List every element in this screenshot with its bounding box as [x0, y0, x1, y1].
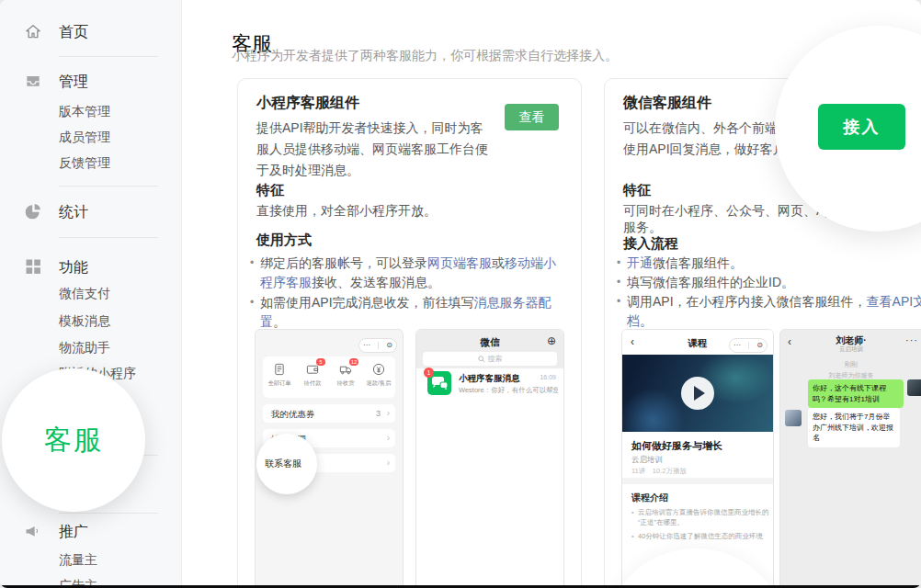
sidebar-item-version[interactable]: 版本管理: [59, 104, 240, 120]
megaphone-icon: [24, 522, 42, 540]
sidebar-divider: [59, 56, 158, 57]
screenshot-service-chat: ‹ ··· 刘老师· 云启培训 刚刚 刘老师为你服务 你好，这个有线下课程吗？希…: [779, 329, 921, 588]
sidebar-item-label: 客服: [44, 422, 103, 459]
video-title: 如何做好服务与增长: [631, 439, 722, 453]
chat-time: 16:09: [540, 374, 556, 380]
chat-preview: Westore：你好，有什么可以帮您?: [459, 386, 558, 395]
sidebar-item-customer-service-spotlight[interactable]: 客服: [2, 368, 145, 512]
list-item-label: 我的优惠券: [271, 409, 315, 421]
view-button[interactable]: 查看: [505, 104, 559, 130]
refund-icon: [372, 363, 385, 376]
shortcut-all-orders: 全部订单: [263, 356, 296, 398]
sidebar-divider: [59, 186, 158, 187]
connect-button[interactable]: 接入: [818, 104, 905, 150]
search-bar: 搜索: [423, 352, 557, 366]
link-enable-wecom[interactable]: 开通: [627, 255, 653, 270]
wechat-header: 微信 ⊕ 搜索: [416, 330, 563, 368]
feature-text: 直接使用，对全部小程序开放。: [256, 203, 564, 220]
usage-bullet-1: 绑定后的客服帐号，可以登录网页端客服或移动端小程序客服接收、发送客服消息。: [250, 254, 568, 292]
bullet-text: 绑定后的客服帐号，可以登录: [260, 255, 427, 270]
flow-bullet-3: 调用API，在小程序内接入微信客服组件，查看API文档。: [617, 292, 921, 331]
sidebar-item-feedback[interactable]: 反馈管理: [59, 155, 240, 172]
agent-avatar: [785, 410, 802, 426]
course-intro-heading: 课程介绍: [631, 492, 668, 504]
bullet-text: 。: [273, 314, 286, 329]
course-intro-bullet: 40分钟让你迅速了解微信生态的商业环境: [631, 531, 771, 541]
video-author: 云启培训: [631, 455, 663, 466]
search-icon: [478, 356, 485, 363]
badge: 12: [349, 358, 358, 366]
screenshot-orders-app: ···⊙ 全部订单 5 待付款 12 待收货 退款/售后 我的优惠券: [255, 329, 404, 588]
bullet-text: 调用API，在小程序内接入微信客服组件，: [627, 294, 867, 309]
badge: 5: [316, 358, 325, 366]
flow-bullet-1: 开通微信客服组件。: [617, 254, 921, 273]
close-target-icon: ⊙: [756, 342, 763, 349]
flow-bullet-2: 填写微信客服组件的企业ID。: [617, 273, 921, 292]
plus-icon: ⊕: [547, 334, 556, 347]
user-avatar: [907, 379, 921, 396]
sidebar-item-members[interactable]: 成员管理: [59, 130, 240, 146]
chat-title: 小程序客服消息: [459, 373, 520, 385]
section-divider: [622, 478, 773, 484]
outgoing-message-bubble: 你好，这个有线下课程吗？希望有1对1培训: [808, 379, 904, 408]
order-shortcuts: 全部订单 5 待付款 12 待收货 退款/售后: [263, 356, 395, 398]
usage-bullet-2: 如需使用API完成消息收发，前往填写消息服务器配置。: [250, 293, 568, 332]
section-heading-usage: 使用方式: [256, 232, 312, 249]
chat-contact-org: 云启培训: [780, 345, 921, 354]
shortcut-label: 待付款: [298, 379, 327, 388]
inbox-icon: [24, 72, 42, 90]
sidebar-item-template-message[interactable]: 模板消息: [59, 313, 240, 330]
more-icon: ···: [733, 342, 741, 349]
contact-service-label: 联系客服: [265, 458, 301, 470]
sidebar-item-traffic[interactable]: 流量主: [59, 552, 240, 569]
bullet-text: 如需使用API完成消息收发，前往填写: [260, 295, 474, 310]
sidebar-item-wechat-pay[interactable]: 微信支付: [59, 286, 240, 302]
chevron-right-icon: ›: [387, 408, 390, 418]
unread-badge: 1: [424, 368, 434, 378]
app-window: 首页 管理 版本管理 成员管理 反馈管理 统计 功能 微信支付 模板消息: [0, 0, 921, 588]
order-list-icon: [273, 363, 286, 376]
miniprogram-capsule: ···⊙: [358, 338, 397, 353]
course-header: ‹ 课程 ···⊙: [622, 330, 773, 355]
shortcut-refund: 退款/售后: [362, 356, 395, 398]
home-icon: [24, 22, 42, 40]
shortcut-to-receive: 12 待收货: [329, 356, 362, 398]
miniprogram-capsule: ···⊙: [729, 338, 768, 353]
shortcut-to-pay: 5 待付款: [296, 356, 329, 398]
pie-chart-icon: [24, 202, 42, 220]
shortcut-label: 全部订单: [265, 379, 294, 388]
play-button-icon: [681, 377, 714, 410]
sidebar-item-logistics[interactable]: 物流助手: [59, 340, 240, 356]
shortcut-label: 退款/售后: [364, 379, 393, 388]
screenshot-wechat-list: 微信 ⊕ 搜索 1 小程序客服消息 16:09 Westore：你好，有什么可以…: [415, 329, 564, 588]
more-icon: ···: [363, 342, 370, 349]
chat-list-item: 1 小程序客服消息 16:09 Westore：你好，有什么可以帮您?: [416, 368, 563, 401]
bullet-text: 填写微信客服组件的企业ID。: [627, 275, 794, 289]
card-title: 微信客服组件: [623, 94, 711, 113]
section-heading-feature: 特征: [623, 182, 651, 199]
sidebar-item-label: 管理: [59, 73, 88, 92]
section-heading-flow: 接入流程: [623, 235, 678, 253]
section-heading-feature: 特征: [256, 182, 284, 199]
chat-timestamp: 刚刚: [780, 360, 921, 369]
bullet-text: 接收、发送客服消息。: [312, 275, 440, 289]
list-item-value: 3: [376, 409, 381, 418]
sidebar-item-label: 首页: [59, 23, 88, 42]
bullet-text: 。: [640, 313, 653, 328]
video-thumbnail: [622, 355, 773, 432]
sidebar-divider: [59, 237, 158, 238]
close-target-icon: ⊙: [386, 342, 392, 349]
wechat-title: 微信: [416, 336, 563, 349]
incoming-message-bubble: 您好，我们将于7月份举办广州线下培训，欢迎报名: [808, 408, 900, 447]
sidebar-item-label: 功能: [59, 258, 88, 277]
chevron-right-icon: ›: [387, 458, 390, 468]
bullet-text: 微信客服组件。: [653, 255, 743, 270]
sidebar-item-label: 推广: [59, 523, 88, 542]
link-web-service[interactable]: 网页端客服: [427, 255, 492, 270]
course-intro-bullet: 云启培训官方直播告诉你微信里商业增长的“正道”在哪里。: [631, 507, 771, 527]
list-item-coupons: 我的优惠券 3 ›: [263, 404, 395, 423]
video-meta: 11讲 10.2万播放: [631, 467, 687, 476]
sidebar-item-label: 统计: [59, 203, 88, 222]
card-title: 小程序客服组件: [256, 94, 359, 113]
search-placeholder: 搜索: [488, 354, 503, 364]
